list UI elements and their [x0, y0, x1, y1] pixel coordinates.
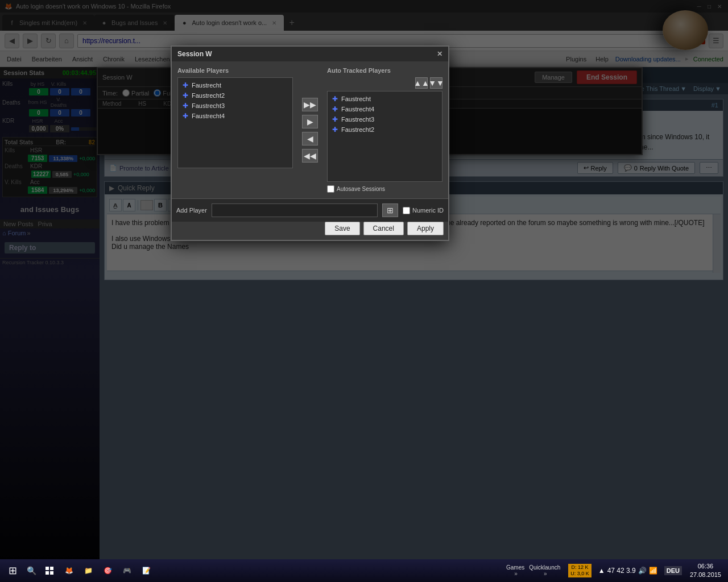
modal-body: Available Players ✚ Faustrecht ✚ Faustre…	[172, 61, 448, 198]
system-clock[interactable]: 06:36 27.08.2015	[685, 562, 726, 580]
tracked-icon-3: ✚	[332, 115, 338, 123]
taskbar-task-view[interactable]	[41, 562, 58, 579]
games-label: Games	[506, 564, 524, 571]
move-left-one-btn[interactable]: ◀	[302, 132, 318, 146]
player-item-faustrecht4[interactable]: ✚ Faustrecht4	[180, 111, 290, 121]
tracked-item-faustrecht[interactable]: ✚ Faustrecht	[330, 94, 440, 104]
apply-btn[interactable]: Apply	[407, 222, 444, 235]
svg-rect-3	[50, 571, 53, 575]
cancel-btn[interactable]: Cancel	[363, 222, 404, 235]
player-item-faustrecht[interactable]: ✚ Faustrecht	[180, 80, 290, 90]
add-player-input[interactable]	[212, 203, 378, 217]
numeric-id-checkbox[interactable]	[403, 207, 410, 214]
tracked-name-3: Faustrecht3	[341, 116, 374, 123]
player-icon-4: ✚	[183, 112, 188, 120]
notify-up-arrow[interactable]: ▲	[598, 567, 605, 575]
taskbar-right: Games » Quicklaunch » D: 12 K U: 3,0 K ▲…	[502, 559, 726, 582]
move-left-all-btn[interactable]: ◀◀	[302, 149, 318, 163]
add-player-label: Add Player	[176, 207, 207, 214]
tracked-players-list: ✚ Faustrecht ✚ Faustrecht4 ✚ Faustrecht3…	[327, 91, 442, 182]
battery-line2: U: 3,0 K	[570, 571, 589, 577]
tracked-icon-2: ✚	[332, 105, 338, 113]
save-btn[interactable]: Save	[325, 222, 359, 235]
taskbar-pin3[interactable]: 🎯	[99, 562, 116, 579]
modal-footer: Add Player ⊞ Numeric ID	[172, 198, 448, 222]
numeric-id-row: Numeric ID	[403, 207, 444, 214]
notify-numbers: 47 42 3.9	[607, 567, 636, 575]
tracked-name-1: Faustrecht	[341, 95, 371, 102]
autosave-label: Autosave Sessions	[337, 186, 385, 192]
player-name-1: Faustrecht	[192, 82, 221, 89]
player-item-faustrecht2[interactable]: ✚ Faustrecht2	[180, 90, 290, 101]
svg-rect-0	[46, 567, 49, 570]
available-players-section: Available Players ✚ Faustrecht ✚ Faustre…	[177, 67, 293, 193]
tracked-name-4: Faustrecht2	[341, 126, 374, 133]
taskbar-explorer[interactable]: 📁	[80, 562, 97, 579]
player-icon-3: ✚	[183, 102, 188, 110]
player-name-2: Faustrecht2	[192, 92, 225, 99]
taskbar-pin4[interactable]: 🎮	[118, 562, 135, 579]
taskbar-firefox[interactable]: 🦊	[60, 562, 77, 579]
player-item-faustrecht3[interactable]: ✚ Faustrecht3	[180, 101, 290, 111]
taskbar-pin5[interactable]: 📝	[138, 562, 155, 579]
quicklaunch-label: Quicklaunch	[529, 564, 560, 571]
battery-widget: D: 12 K U: 3,0 K	[568, 564, 592, 577]
taskbar-search-btn[interactable]: 🔍	[23, 562, 40, 579]
svg-rect-1	[50, 567, 53, 570]
tracked-players-title: Auto Tracked Players	[327, 67, 442, 74]
player-icon-2: ✚	[183, 92, 188, 99]
taskbar-quicklaunch-group[interactable]: Quicklaunch »	[529, 564, 560, 577]
start-button[interactable]: ⊞	[2, 560, 23, 581]
move-right-btn[interactable]: ▶▶	[302, 98, 318, 111]
modal-buttons: Save Cancel Apply	[172, 222, 448, 240]
tracked-item-faustrecht4[interactable]: ✚ Faustrecht4	[330, 104, 440, 114]
add-player-grid-btn[interactable]: ⊞	[382, 203, 398, 217]
numeric-id-label: Numeric ID	[412, 207, 444, 214]
move-right-one-btn[interactable]: ▶	[302, 115, 318, 128]
taskbar-groups: Games » Quicklaunch »	[502, 559, 565, 582]
tracked-icon-4: ✚	[332, 126, 338, 134]
clock-time: 06:36	[698, 562, 714, 571]
player-icon-1: ✚	[183, 81, 188, 89]
player-name-4: Faustrecht4	[192, 113, 225, 119]
taskbar: ⊞ 🔍 🦊 📁 🎯 🎮 📝 Games » Quicklaunch » D: 1…	[0, 559, 728, 582]
tracked-players-section: Auto Tracked Players ▲▲ ▼▼ ✚ Faustrecht …	[327, 67, 442, 193]
add-player-row: Add Player ⊞ Numeric ID	[176, 203, 444, 217]
available-players-list: ✚ Faustrecht ✚ Faustrecht2 ✚ Faustrecht3…	[177, 77, 293, 168]
modal-header: Session W ✕	[172, 47, 448, 61]
tracked-item-faustrecht2[interactable]: ✚ Faustrecht2	[330, 124, 440, 135]
taskbar-games-group[interactable]: Games »	[506, 564, 524, 577]
modal-arrow-controls: ▶▶ ▶ ◀ ◀◀	[299, 67, 321, 193]
tracked-down-all-btn[interactable]: ▼▼	[430, 77, 442, 89]
clock-date: 27.08.2015	[690, 571, 721, 579]
language-badge[interactable]: DEU	[664, 566, 682, 575]
autosave-row: Autosave Sessions	[327, 185, 442, 193]
autosave-checkbox[interactable]	[327, 185, 334, 193]
tracked-icon-1: ✚	[332, 95, 338, 103]
tracked-item-faustrecht3[interactable]: ✚ Faustrecht3	[330, 114, 440, 124]
player-name-3: Faustrecht3	[192, 102, 225, 109]
modal-close-btn[interactable]: ✕	[437, 50, 442, 58]
notify-network[interactable]: 📶	[649, 567, 657, 575]
notification-icons: ▲ 47 42 3.9 🔊 📶	[595, 567, 661, 575]
svg-rect-2	[46, 571, 49, 575]
modal-dialog: Session W ✕ Available Players ✚ Faustrec…	[171, 45, 449, 241]
tracked-up-all-btn[interactable]: ▲▲	[415, 77, 428, 89]
modal-title: Session W	[177, 50, 212, 58]
quicklaunch-arrow: »	[544, 571, 547, 577]
battery-line1: D: 12 K	[572, 564, 589, 571]
tracked-name-2: Faustrecht4	[341, 106, 374, 113]
notify-sound[interactable]: 🔊	[638, 567, 647, 575]
games-arrow: »	[514, 571, 518, 577]
available-players-title: Available Players	[177, 67, 293, 74]
